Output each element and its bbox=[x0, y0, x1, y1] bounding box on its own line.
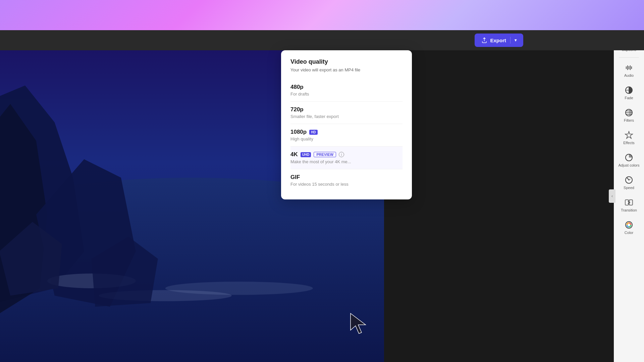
sidebar-item-audio[interactable]: Audio bbox=[615, 60, 642, 81]
speed-icon bbox=[625, 176, 633, 184]
quality-desc-480p: For drafts bbox=[290, 92, 402, 97]
quality-desc-1080p: High quality bbox=[290, 136, 402, 141]
export-divider bbox=[510, 37, 511, 44]
sidebar-divider-1 bbox=[619, 57, 639, 58]
sidebar-item-adjust-colors[interactable]: Adjust colors bbox=[615, 150, 642, 171]
transition-label: Transition bbox=[621, 208, 637, 212]
adjust-colors-label: Adjust colors bbox=[619, 163, 640, 167]
sidebar-item-effects[interactable]: Effects bbox=[615, 127, 642, 148]
hd-badge: HD bbox=[309, 130, 317, 135]
filters-icon bbox=[625, 108, 633, 117]
transition-icon bbox=[625, 198, 633, 207]
export-chevron: ▾ bbox=[515, 38, 517, 43]
preview-badge: PREVIEW bbox=[314, 152, 336, 157]
quality-option-720p[interactable]: 720p Smaller file, faster export bbox=[290, 102, 402, 124]
speed-label: Speed bbox=[624, 186, 634, 190]
quality-option-1080p[interactable]: 1080p HD High quality bbox=[290, 124, 402, 146]
export-button[interactable]: Export ▾ bbox=[475, 34, 523, 47]
color-icon bbox=[625, 221, 633, 229]
quality-name-480p: 480p bbox=[290, 84, 402, 90]
sidebar-item-color[interactable]: Color bbox=[615, 217, 642, 238]
right-sidebar: ‹ CC Captions Audio Fad bbox=[614, 30, 644, 362]
header-gradient bbox=[0, 0, 644, 30]
svg-point-7 bbox=[165, 282, 313, 295]
quality-option-480p[interactable]: 480p For drafts bbox=[290, 79, 402, 102]
toolbar: Export ▾ bbox=[0, 30, 644, 50]
color-label: Color bbox=[625, 231, 633, 235]
sidebar-expand-button[interactable]: ‹ bbox=[609, 189, 615, 203]
dropdown-subtitle: Your video will export as an MP4 file bbox=[290, 67, 402, 72]
quality-dropdown: Video quality Your video will export as … bbox=[281, 50, 412, 199]
fade-icon bbox=[625, 86, 633, 95]
sidebar-item-fade[interactable]: Fade bbox=[615, 82, 642, 103]
svg-point-22 bbox=[629, 180, 630, 181]
svg-rect-23 bbox=[625, 200, 629, 205]
quality-desc-4k: Make the most of your 4K me... bbox=[290, 159, 402, 164]
sidebar-item-transition[interactable]: Transition bbox=[615, 195, 642, 216]
effects-label: Effects bbox=[623, 141, 634, 145]
sidebar-item-speed[interactable]: Speed bbox=[615, 172, 642, 193]
export-label: Export bbox=[490, 38, 506, 43]
quality-desc-gif: For videos 15 seconds or less bbox=[290, 182, 402, 187]
dropdown-title: Video quality bbox=[290, 58, 402, 65]
4k-name-row: 4K UHD PREVIEW i bbox=[290, 151, 402, 158]
quality-desc-720p: Smaller file, faster export bbox=[290, 114, 402, 119]
audio-icon bbox=[625, 63, 633, 72]
adjust-colors-icon bbox=[625, 153, 633, 162]
filters-label: Filters bbox=[624, 118, 634, 122]
info-icon[interactable]: i bbox=[339, 152, 344, 157]
fade-label: Fade bbox=[625, 96, 633, 100]
effects-icon bbox=[625, 131, 633, 139]
quality-option-4k[interactable]: 4K UHD PREVIEW i Make the most of your 4… bbox=[290, 146, 402, 169]
quality-name-gif: GIF bbox=[290, 174, 402, 181]
4k-label: 4K bbox=[290, 151, 298, 158]
quality-name-720p: 720p bbox=[290, 106, 402, 113]
uhd-badge: UHD bbox=[301, 152, 311, 157]
quality-option-gif[interactable]: GIF For videos 15 seconds or less bbox=[290, 169, 402, 191]
export-icon bbox=[481, 37, 487, 43]
sidebar-item-filters[interactable]: Filters bbox=[615, 105, 642, 126]
quality-name-1080p: 1080p HD bbox=[290, 129, 402, 135]
audio-label: Audio bbox=[624, 73, 634, 77]
